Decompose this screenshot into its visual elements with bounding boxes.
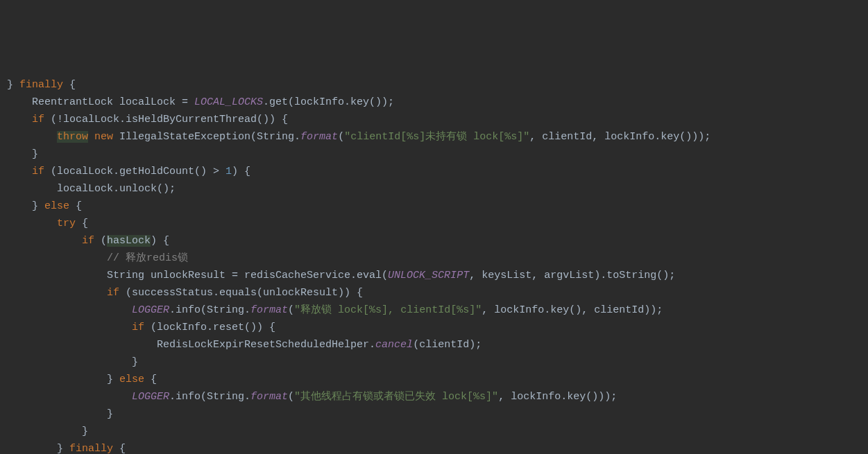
token-punct: , keysList, argvList).toString(); xyxy=(469,270,675,281)
token-kw: if xyxy=(32,114,44,125)
token-comment: // 释放redis锁 xyxy=(107,252,188,264)
token-punct: , lockInfo.key(), clientId)); xyxy=(482,304,663,316)
code-line[interactable]: if (successStatus.equals(unlockResult)) … xyxy=(7,284,868,302)
token-kw: if xyxy=(132,322,144,333)
indent xyxy=(7,426,82,437)
token-static: UNLOCK_SCRIPT xyxy=(388,270,469,281)
token-punct xyxy=(88,131,94,143)
token-punct: { xyxy=(113,443,126,454)
code-line[interactable]: RedisLockExpirResetScheduledHelper.cance… xyxy=(7,336,868,353)
token-static-call: format xyxy=(300,131,338,143)
token-punct: ( xyxy=(338,131,344,143)
indent xyxy=(7,356,132,368)
token-punct: (lockInfo.reset()) { xyxy=(144,322,275,333)
token-static: LOGGER xyxy=(132,391,169,403)
token-brace: } xyxy=(132,356,138,368)
code-line[interactable]: LOGGER.info(String.format("其他线程占有锁或者锁已失效… xyxy=(7,388,868,405)
indent xyxy=(7,114,32,125)
code-line[interactable]: } else { xyxy=(7,198,868,215)
code-line[interactable]: if (lockInfo.reset()) { xyxy=(7,319,868,336)
indent xyxy=(7,391,132,403)
code-line[interactable]: throw new IllegalStateException(String.f… xyxy=(7,128,868,146)
token-static: LOCAL_LOCKS xyxy=(194,96,263,108)
token-brace: } xyxy=(82,426,88,437)
code-line[interactable]: LOGGER.info(String.format("释放锁 lock[%s],… xyxy=(7,302,868,319)
code-line[interactable]: String unlockResult = redisCacheService.… xyxy=(7,267,868,284)
indent xyxy=(7,96,32,108)
code-line[interactable]: } xyxy=(7,146,868,163)
token-punct: { xyxy=(63,79,76,91)
token-punct: .get(lockInfo.key()); xyxy=(263,96,394,108)
indent xyxy=(7,166,32,177)
token-kw: else xyxy=(44,200,69,212)
token-brace: } xyxy=(7,79,19,91)
code-line[interactable]: } xyxy=(7,353,868,371)
code-line[interactable]: if (!localLock.isHeldByCurrentThread()) … xyxy=(7,111,868,128)
code-line[interactable]: } finally { xyxy=(7,440,868,454)
token-brace: } xyxy=(32,148,38,160)
code-line[interactable]: } xyxy=(7,405,868,423)
token-punct: (successStatus.equals(unlockResult)) { xyxy=(119,287,363,299)
token-kw: if xyxy=(32,166,44,177)
code-line[interactable]: if (hasLock) { xyxy=(7,232,868,250)
token-punct: IllegalStateException(String. xyxy=(113,131,300,143)
token-punct: .info(String. xyxy=(169,391,250,403)
indent xyxy=(7,252,107,264)
token-kw-hl: throw xyxy=(57,131,88,143)
code-line[interactable]: // 释放redis锁 xyxy=(7,250,868,267)
token-punct: ( xyxy=(94,235,107,247)
indent xyxy=(7,200,32,212)
code-line[interactable]: ReentrantLock localLock = LOCAL_LOCKS.ge… xyxy=(7,94,868,111)
token-punct: ( xyxy=(288,304,294,316)
code-line[interactable]: } else { xyxy=(7,371,868,388)
code-line[interactable]: if (localLock.getHoldCount() > 1) { xyxy=(7,163,868,180)
token-static: LOGGER xyxy=(132,304,169,316)
code-line[interactable]: } finally { xyxy=(7,76,868,94)
indent xyxy=(7,287,107,299)
token-kw: try xyxy=(57,218,76,229)
token-static-call: cancel xyxy=(375,339,413,351)
token-kw: else xyxy=(119,374,144,385)
token-kw: finally xyxy=(19,79,63,91)
code-line[interactable]: try { xyxy=(7,215,868,232)
token-punct: ) { xyxy=(151,235,169,247)
token-brace: } xyxy=(107,374,119,385)
token-kw: if xyxy=(82,235,94,247)
token-type: ReentrantLock localLock = xyxy=(32,96,194,108)
token-punct: { xyxy=(76,218,88,229)
token-punct: .info(String. xyxy=(169,304,250,316)
code-editor[interactable]: } finally { ReentrantLock localLock = LO… xyxy=(7,76,868,454)
code-line[interactable]: localLock.unlock(); xyxy=(7,180,868,198)
indent xyxy=(7,218,57,229)
token-sel-var: hasLock xyxy=(107,235,151,247)
indent xyxy=(7,443,57,454)
token-punct: localLock.unlock(); xyxy=(57,183,176,195)
token-punct: (clientId); xyxy=(413,339,482,351)
indent xyxy=(7,304,132,316)
token-str: "clientId[%s]未持有锁 lock[%s]" xyxy=(344,131,529,143)
indent xyxy=(7,374,107,385)
token-str: "释放锁 lock[%s], clientId[%s]" xyxy=(294,304,482,316)
indent xyxy=(7,339,157,351)
token-punct: (localLock.getHoldCount() > xyxy=(44,166,225,177)
token-punct: (!localLock.isHeldByCurrentThread()) { xyxy=(44,114,288,125)
indent xyxy=(7,235,82,247)
token-punct: { xyxy=(144,374,157,385)
token-str: "其他线程占有锁或者锁已失效 lock[%s]" xyxy=(294,391,498,403)
token-punct: ) { xyxy=(232,166,250,177)
token-punct: ( xyxy=(288,391,294,403)
indent xyxy=(7,270,107,281)
indent xyxy=(7,183,57,195)
token-punct: , lockInfo.key())); xyxy=(498,391,617,403)
indent xyxy=(7,148,32,160)
code-line[interactable]: } xyxy=(7,423,868,440)
indent xyxy=(7,131,57,143)
token-punct: String unlockResult = redisCacheService.… xyxy=(107,270,388,281)
token-punct: RedisLockExpirResetScheduledHelper. xyxy=(157,339,375,351)
token-kw: new xyxy=(94,131,113,143)
token-static-call: format xyxy=(250,391,288,403)
indent xyxy=(7,322,132,333)
token-num: 1 xyxy=(225,166,232,177)
token-kw: if xyxy=(107,287,119,299)
token-punct: { xyxy=(69,200,82,212)
